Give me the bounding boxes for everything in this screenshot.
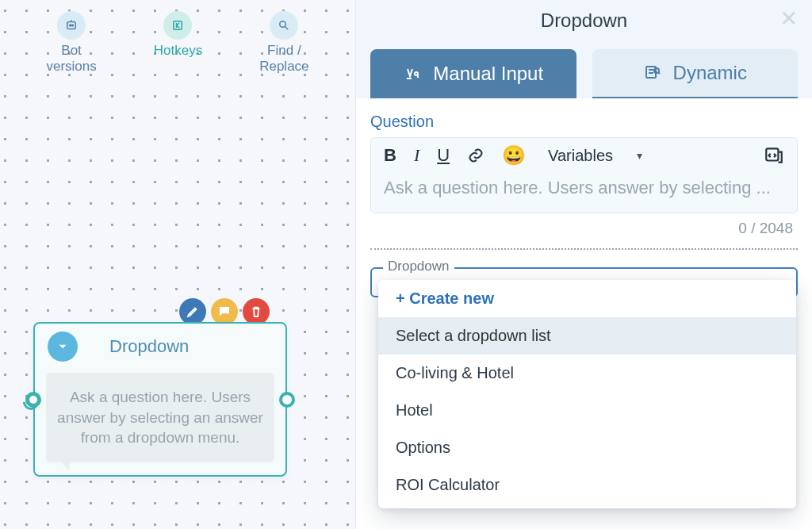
text-icon	[403, 64, 422, 83]
node-port-out[interactable]	[279, 392, 295, 408]
node-port-in[interactable]	[25, 392, 41, 408]
node-title: Dropdown	[94, 336, 273, 357]
underline-button[interactable]: U	[437, 145, 450, 166]
dropdown-list-legend: Dropdown	[383, 259, 454, 274]
variables-label: Variables	[548, 147, 613, 165]
panel-tabs: Manual Input Dynamic	[356, 41, 812, 98]
svg-point-2	[72, 25, 74, 26]
node-action-bar	[179, 298, 270, 325]
find-replace-label: Find / Replace	[259, 43, 308, 74]
tab-dynamic[interactable]: Dynamic	[592, 49, 799, 98]
svg-point-4	[280, 21, 286, 28]
dropdown-placeholder-option[interactable]: Select a dropdown list	[378, 317, 796, 355]
svg-rect-7	[766, 148, 778, 160]
question-editor: B I U 😀 Variables ▾ Ask a question here.…	[370, 137, 798, 213]
tab-manual-input[interactable]: Manual Input	[370, 49, 576, 98]
comment-node-button[interactable]	[211, 298, 238, 325]
tab-dynamic-label: Dynamic	[673, 62, 747, 84]
dropdown-node-icon	[48, 332, 78, 362]
bot-versions-label: Bot versions	[46, 43, 96, 74]
variables-dropdown[interactable]: Variables ▾	[548, 147, 642, 165]
close-icon[interactable]: ✕	[779, 8, 798, 30]
dropdown-list-popup: + Create new Select a dropdown list Co-l…	[378, 280, 796, 508]
tab-manual-label: Manual Input	[433, 63, 543, 85]
svg-point-1	[70, 25, 71, 26]
properties-panel: Dropdown ✕ Manual Input Dynamic Question…	[355, 0, 812, 529]
grid-search-icon	[643, 63, 662, 82]
node-body-text: Ask a question here. Users answer by sel…	[46, 373, 274, 462]
svg-rect-3	[174, 21, 182, 30]
find-replace-button[interactable]: Find / Replace	[259, 11, 308, 74]
panel-title: Dropdown	[541, 10, 627, 32]
code-block-button[interactable]	[764, 145, 784, 166]
editor-toolbar: B I U 😀 Variables ▾	[371, 138, 797, 173]
dropdown-option[interactable]: Hotel	[378, 392, 796, 429]
dropdown-option[interactable]: Co-living & Hotel	[378, 355, 796, 392]
dropdown-list-select[interactable]: Dropdown + Create new Select a dropdown …	[370, 267, 798, 297]
find-replace-icon	[270, 11, 298, 40]
bold-button[interactable]: B	[384, 145, 396, 166]
hotkeys-icon	[163, 11, 192, 40]
canvas[interactable]: Bot versions Hotkeys Find / Replace	[0, 0, 355, 529]
emoji-button[interactable]: 😀	[502, 144, 526, 167]
question-label: Question	[370, 113, 798, 131]
char-counter: 0 / 2048	[370, 213, 798, 237]
edit-node-button[interactable]	[179, 298, 206, 325]
hotkeys-button[interactable]: Hotkeys	[154, 11, 202, 74]
hotkeys-label: Hotkeys	[154, 43, 202, 59]
create-new-option[interactable]: + Create new	[378, 280, 796, 317]
chevron-down-icon: ▾	[637, 149, 642, 162]
link-button[interactable]	[467, 147, 485, 164]
panel-header: Dropdown ✕	[356, 0, 812, 41]
delete-node-button[interactable]	[243, 298, 270, 325]
question-section: Question B I U 😀 Variables ▾ Ask a quest…	[356, 98, 812, 237]
canvas-toolbar: Bot versions Hotkeys Find / Replace	[0, 11, 355, 74]
dropdown-option[interactable]: ROI Calculator	[378, 466, 796, 504]
bot-versions-icon	[57, 11, 86, 40]
dropdown-option[interactable]: Options	[378, 429, 796, 466]
bot-versions-button[interactable]: Bot versions	[46, 11, 96, 74]
question-input[interactable]: Ask a question here. Users answer by sel…	[371, 173, 797, 213]
italic-button[interactable]: I	[414, 145, 419, 166]
dropdown-node[interactable]: Dropdown Ask a question here. Users answ…	[33, 322, 287, 477]
node-header: Dropdown	[35, 324, 285, 366]
